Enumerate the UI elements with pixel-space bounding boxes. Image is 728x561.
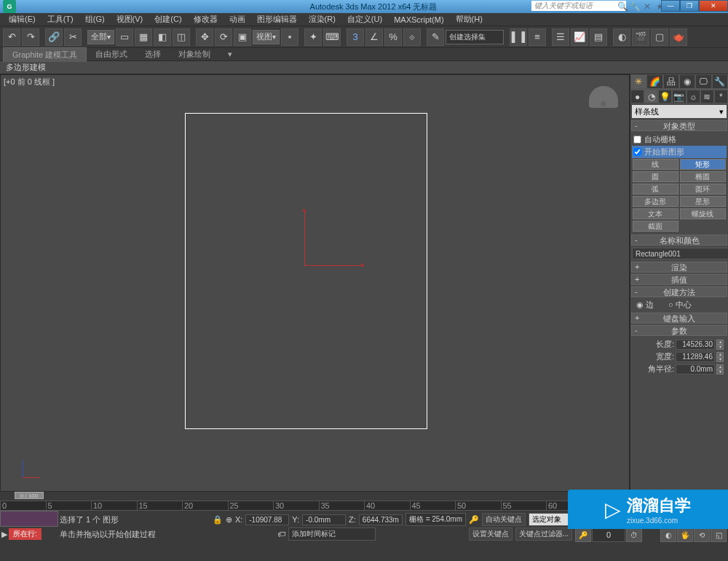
select-name-icon[interactable]: ▦ bbox=[135, 28, 152, 46]
redo-icon[interactable]: ↷ bbox=[22, 28, 39, 46]
link-icon[interactable]: 🔗 bbox=[45, 28, 63, 46]
ref-coord-combo[interactable]: 视图 ▾ bbox=[253, 30, 280, 44]
key-icon[interactable]: 🔑 bbox=[469, 515, 479, 525]
ribbon-toggle-icon[interactable]: ▾ bbox=[219, 48, 241, 60]
spinner-snap-icon[interactable]: ⟐ bbox=[403, 28, 421, 46]
undo-icon[interactable]: ↶ bbox=[3, 28, 20, 46]
startshape-checkbox[interactable] bbox=[633, 148, 641, 156]
material-icon[interactable]: ◐ bbox=[613, 28, 630, 46]
corner-input[interactable] bbox=[676, 364, 715, 374]
menu-maxscript[interactable]: MAXScript(M) bbox=[388, 15, 449, 24]
geometry-icon[interactable]: ● bbox=[630, 90, 644, 103]
ribbon-tab-graphite[interactable]: Graphite 建模工具 bbox=[3, 47, 87, 62]
scale-icon[interactable]: ▣ bbox=[234, 28, 251, 46]
lights-icon[interactable]: 💡 bbox=[658, 90, 672, 103]
btn-rectangle[interactable]: 矩形 bbox=[680, 159, 725, 170]
max-toggle-icon[interactable]: ◱ bbox=[711, 527, 727, 542]
pin-line-button[interactable]: 所在行: bbox=[9, 528, 41, 540]
render-setup-icon[interactable]: 🎬 bbox=[632, 28, 649, 46]
object-name-input[interactable] bbox=[632, 248, 728, 259]
helpers-icon[interactable]: ☼ bbox=[687, 90, 700, 103]
layers-icon[interactable]: ☰ bbox=[552, 28, 569, 46]
corner-spinner[interactable]: ▴▾ bbox=[716, 364, 724, 374]
menu-edit[interactable]: 编辑(E) bbox=[3, 14, 41, 25]
modify-tab-icon[interactable]: 🌈 bbox=[646, 74, 662, 89]
time-config-icon[interactable]: ⏱ bbox=[626, 527, 642, 542]
script-arrow-icon[interactable]: ▶ bbox=[1, 530, 7, 539]
btn-arc[interactable]: 弧 bbox=[633, 184, 678, 195]
angle-snap-icon[interactable]: ∠ bbox=[365, 28, 383, 46]
search-input[interactable]: 键入关键字或短语 bbox=[531, 1, 626, 11]
window-crossing-icon[interactable]: ◫ bbox=[173, 28, 190, 46]
rollout-rendering[interactable]: +渲染 bbox=[631, 262, 727, 272]
render-frame-icon[interactable]: ▢ bbox=[651, 28, 668, 46]
unlink-icon[interactable]: ✂ bbox=[64, 28, 82, 46]
autokey-button[interactable]: 自动关键点 bbox=[482, 513, 526, 526]
x-coord[interactable]: -10907.88 bbox=[245, 514, 289, 525]
named-selection-combo[interactable]: 创建选择集 bbox=[446, 30, 504, 44]
menu-group[interactable]: 组(G) bbox=[79, 14, 111, 25]
shapes-icon[interactable]: ◔ bbox=[644, 90, 658, 103]
percent-snap-icon[interactable]: % bbox=[384, 28, 402, 46]
render-icon[interactable]: 🫖 bbox=[670, 28, 687, 46]
select-region-icon[interactable]: ◧ bbox=[154, 28, 171, 46]
coord-mode-icon[interactable]: ⊕ bbox=[226, 515, 232, 525]
btn-section[interactable]: 截面 bbox=[633, 221, 678, 232]
orbit-icon[interactable]: ⟲ bbox=[694, 527, 710, 542]
add-time-tag[interactable]: 添加时间标记 bbox=[288, 527, 376, 541]
rollout-creation-method[interactable]: -创建方法 bbox=[631, 286, 727, 297]
ribbon-panel-label[interactable]: 多边形建模 bbox=[0, 61, 728, 74]
panview-icon[interactable]: 🖐 bbox=[677, 527, 693, 542]
length-spinner[interactable]: ▴▾ bbox=[716, 340, 724, 350]
menu-animation[interactable]: 动画 bbox=[223, 14, 251, 25]
schematic-icon[interactable]: ▤ bbox=[590, 28, 607, 46]
spacewarps-icon[interactable]: ≋ bbox=[700, 90, 714, 103]
lock-icon[interactable]: 🔒 bbox=[213, 515, 223, 525]
curve-editor-icon[interactable]: 📈 bbox=[571, 28, 588, 46]
minimize-button[interactable]: — bbox=[661, 0, 680, 12]
setkey-button[interactable]: 设置关键点 bbox=[469, 527, 513, 541]
menu-help[interactable]: 帮助(H) bbox=[450, 14, 488, 25]
editnamed-icon[interactable]: ✎ bbox=[427, 28, 444, 46]
exchange-icon[interactable]: ✕ bbox=[642, 1, 652, 12]
rotate-icon[interactable]: ⟳ bbox=[215, 28, 232, 46]
width-input[interactable] bbox=[676, 352, 715, 362]
menu-customize[interactable]: 自定义(U) bbox=[341, 14, 388, 25]
select-icon[interactable]: ▭ bbox=[116, 28, 133, 46]
rectangle-object[interactable] bbox=[185, 113, 427, 429]
key-mode-icon[interactable]: 🔑 bbox=[575, 527, 591, 542]
current-frame-input[interactable] bbox=[592, 527, 625, 542]
category-dropdown[interactable]: 样条线▾ bbox=[632, 105, 727, 118]
menu-views[interactable]: 视图(V) bbox=[111, 14, 149, 25]
btn-helix[interactable]: 螺旋线 bbox=[680, 208, 725, 219]
cameras-icon[interactable]: 📷 bbox=[672, 90, 686, 103]
rollout-object-type[interactable]: -对象类型 bbox=[631, 120, 727, 131]
viewport-front[interactable]: [+0 前 0 线框 ] 前 bbox=[0, 74, 630, 492]
move-icon[interactable]: ✥ bbox=[196, 28, 213, 46]
btn-star[interactable]: 星形 bbox=[680, 196, 725, 207]
display-tab-icon[interactable]: 🖵 bbox=[695, 74, 711, 89]
viewcube[interactable]: 前 bbox=[589, 86, 618, 108]
maximize-button[interactable]: ❐ bbox=[680, 0, 699, 12]
btn-text[interactable]: 文本 bbox=[633, 208, 678, 219]
search-icon[interactable]: 🔍 bbox=[617, 1, 628, 12]
btn-circle[interactable]: 圆 bbox=[633, 171, 678, 182]
create-tab-icon[interactable]: ✳ bbox=[630, 74, 646, 89]
radio-edge[interactable]: ◉ 边 bbox=[636, 299, 654, 310]
fov-icon[interactable]: ◐ bbox=[660, 527, 676, 542]
viewport-label[interactable]: [+0 前 0 线框 ] bbox=[4, 76, 55, 87]
width-spinner[interactable]: ▴▾ bbox=[716, 352, 724, 362]
timetag-icon[interactable]: 🏷 bbox=[277, 530, 285, 538]
radio-center[interactable]: ○ 中心 bbox=[668, 299, 692, 310]
time-slider[interactable]: 0 / 100 bbox=[15, 492, 44, 499]
rollout-interpolation[interactable]: +插值 bbox=[631, 274, 727, 285]
mirror-icon[interactable]: ▌▐ bbox=[510, 28, 527, 46]
menu-modifiers[interactable]: 修改器 bbox=[188, 14, 223, 25]
keyboard-shortcut-icon[interactable]: ⌨ bbox=[323, 28, 341, 46]
systems-icon[interactable]: * bbox=[714, 90, 728, 103]
app-logo[interactable]: G bbox=[3, 0, 16, 13]
ribbon-tab-selection[interactable]: 选择 bbox=[136, 47, 170, 61]
manipulate-icon[interactable]: ✦ bbox=[304, 28, 322, 46]
selection-filter[interactable]: 全部 ▾ bbox=[87, 30, 114, 44]
ribbon-tab-freeform[interactable]: 自由形式 bbox=[87, 47, 136, 61]
